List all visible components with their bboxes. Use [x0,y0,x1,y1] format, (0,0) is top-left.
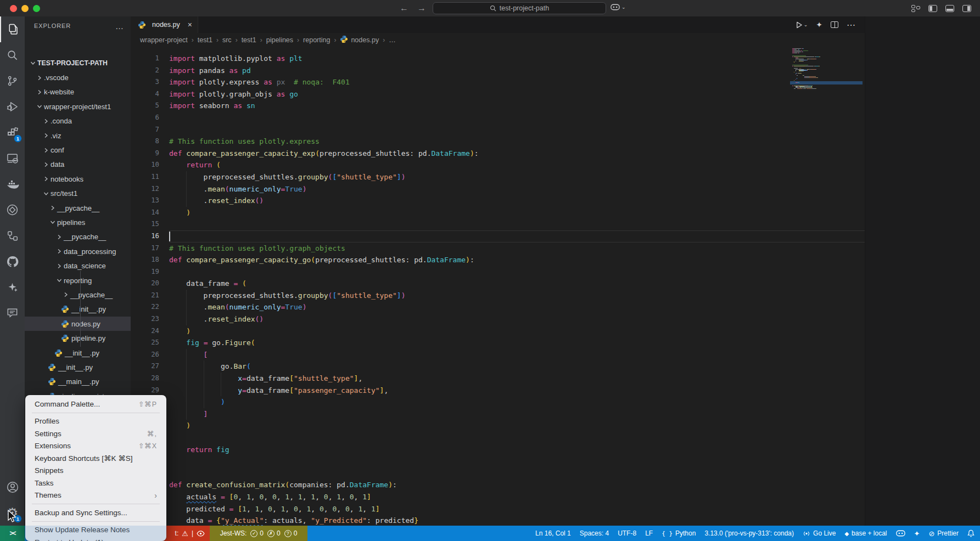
tree-item-label: wrapper-project/test1 [44,103,111,111]
tree-item--init-py[interactable]: __init__.py [25,360,131,374]
tree-item--vscode[interactable]: .vscode [25,70,131,84]
more-actions-button[interactable]: ⋯ [847,20,856,30]
tree-item-pipeline-py[interactable]: pipeline.py [25,331,131,345]
copilot-menu-button[interactable]: ⌄ [611,4,626,10]
tree-item-conf[interactable]: conf [25,143,131,157]
menu-item-snippets[interactable]: Snippets [25,465,166,477]
activity-sparkle[interactable] [0,274,25,300]
code-editor[interactable]: 1import matplotlib.pyplot as plt2import … [131,47,865,526]
minimap-line [792,88,861,89]
menu-item-keyboard-shortcuts-k-s-[interactable]: Keyboard Shortcuts [⌘K ⌘S] [25,452,166,465]
close-window-button[interactable] [10,5,17,12]
activity-explorer[interactable] [0,16,25,42]
menu-item-settings[interactable]: Settings⌘, [25,427,166,440]
status-sparkle[interactable]: ✦ [914,529,920,538]
tree-item-reporting[interactable]: reporting [25,273,131,288]
breadcrumb-item[interactable]: reporting [303,36,330,44]
activity-docker[interactable] [0,171,25,197]
activity-kedro[interactable] [0,197,25,223]
status-indentation[interactable]: Spaces: 4 [580,529,609,537]
activity-search[interactable] [0,42,25,68]
activity-flow[interactable] [0,223,25,249]
toggle-panel-button[interactable] [945,5,954,12]
tree-item-data[interactable]: data [25,157,131,172]
tree-item-nodes-py[interactable]: nodes.py [25,317,131,331]
code-token: , [324,505,333,513]
activity-settings[interactable]: ⚙1 [0,500,25,526]
remote-indicator[interactable]: >< [0,526,25,541]
breadcrumb-item[interactable]: src [222,36,232,44]
tree-item--pycache-[interactable]: __pycache__ [25,230,131,244]
status-env[interactable]: ◆base + local [844,529,887,537]
status-eol[interactable]: LF [645,529,653,537]
breadcrumb-item[interactable]: nodes.py [340,35,379,45]
breadcrumb-item[interactable]: … [389,36,396,44]
tree-item-pipelines[interactable]: pipelines [25,215,131,229]
breadcrumb-item[interactable]: test1 [242,36,256,44]
split-editor-button[interactable] [831,21,838,28]
tree-item-data-science[interactable]: data_science [25,258,131,273]
navigate-forward-button[interactable]: → [417,3,426,13]
breadcrumb-item[interactable]: test1 [198,36,212,44]
status-go-live[interactable]: Go Live [803,529,836,537]
breadcrumb-item[interactable]: wrapper-project [140,36,188,44]
status-notifications[interactable] [967,529,975,537]
status-encoding[interactable]: UTF-8 [618,529,636,537]
tree-item--init-py[interactable]: __init__.py [25,302,131,317]
activity-remote-explorer[interactable] [0,145,25,171]
explorer-more-actions-button[interactable]: … [115,21,124,31]
menu-item-tasks[interactable]: Tasks [25,477,166,489]
tree-item-k-website[interactable]: k-website [25,85,131,99]
jest-status-item[interactable]: Jest-WS: ✓0✗0?0 [210,526,307,541]
menu-item-extensions[interactable]: Extensions⇧⌘X [25,440,166,453]
close-tab-icon[interactable]: × [188,20,192,29]
tree-item--init-py[interactable]: __init__.py [25,346,131,360]
toggle-primary-sidebar-button[interactable] [928,5,937,12]
activity-source-control[interactable] [0,68,25,94]
breadcrumb-item[interactable]: pipelines [266,36,293,44]
menu-item-profiles[interactable]: Profiles [25,415,166,428]
activity-run-debug[interactable] [0,94,25,120]
minimap[interactable] [792,48,861,89]
run-dropdown-chevron-icon[interactable]: ⌄ [804,22,808,27]
activity-feedback[interactable] [0,300,25,326]
tree-item-src-test1[interactable]: src/test1 [25,187,131,201]
minimap-highlight [790,81,863,84]
customize-layout-button[interactable] [911,5,920,12]
status-language-mode[interactable]: { }Python [662,529,696,537]
menu-item-restart-to-update-1-[interactable]: Restart to Update (1) [25,536,166,541]
run-python-file-button[interactable]: ⌄ [796,21,808,29]
code-token [216,493,221,501]
menu-item-show-update-release-notes[interactable]: Show Update Release Notes [25,524,166,537]
menu-item-command-palette-[interactable]: Command Palette...⇧⌘P [25,398,166,410]
code-token: = [242,386,247,395]
tree-item--pycache-[interactable]: __pycache__ [25,288,131,302]
menu-item-backup-and-sync-settings-[interactable]: Backup and Sync Settings... [25,506,166,519]
tree-item--conda[interactable]: .conda [25,114,131,128]
status-copilot[interactable] [896,530,905,537]
tab-nodes-py[interactable]: nodes.py × [131,16,198,33]
activity-extensions[interactable]: 1 [0,120,25,145]
tree-item-test-project-path[interactable]: TEST-PROJECT-PATH [25,56,131,70]
menu-item-label: Command Palette... [35,400,100,408]
command-center-search[interactable]: test-project-path [433,2,606,14]
status-python-interpreter[interactable]: 3.13.0 ('pro-vs-py-313': conda) [704,529,794,537]
sparkle-icon[interactable]: ✦ [816,20,822,29]
minimap-token [801,73,802,74]
tree-item-data-processing[interactable]: data_processing [25,244,131,258]
activity-github[interactable] [0,249,25,274]
navigate-back-button[interactable]: ← [400,3,408,13]
tree-item-notebooks[interactable]: notebooks [25,172,131,186]
minimize-window-button[interactable] [21,5,29,12]
status-cursor-position[interactable]: Ln 16, Col 1 [535,529,571,537]
tree-item--viz[interactable]: .viz [25,128,131,143]
tree-item-wrapper-project-test1[interactable]: wrapper-project/test1 [25,99,131,114]
menu-item-themes[interactable]: Themes› [25,489,166,502]
tree-item-label: nodes.py [71,320,100,328]
tree-item--main-py[interactable]: __main__.py [25,375,131,389]
tree-item--pycache-[interactable]: __pycache__ [25,201,131,215]
activity-account[interactable] [0,474,25,500]
status-prettier[interactable]: ⊘Prettier [928,529,959,538]
zoom-window-button[interactable] [33,5,40,12]
toggle-secondary-sidebar-button[interactable] [962,5,971,12]
